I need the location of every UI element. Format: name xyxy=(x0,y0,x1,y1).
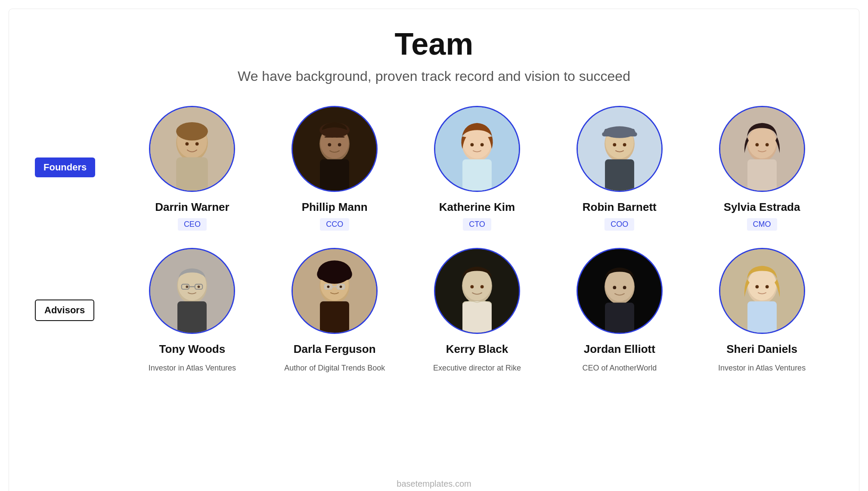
founders-section: Founders Darrin Warner xyxy=(35,106,833,231)
founders-label: Founders xyxy=(35,157,95,177)
svg-point-53 xyxy=(323,263,333,273)
svg-rect-63 xyxy=(462,301,492,333)
member-katherine-kim: Katherine Kim CTO xyxy=(417,106,537,231)
name-phillip: Phillip Mann xyxy=(302,201,368,214)
name-darla: Darla Ferguson xyxy=(294,343,376,356)
avatar-jordan xyxy=(577,248,663,334)
desc-darla: Author of Digital Trends Book xyxy=(284,364,385,373)
role-robin: COO xyxy=(604,218,634,231)
svg-rect-69 xyxy=(605,303,634,333)
advisors-label-wrapper: Advisors xyxy=(35,248,121,321)
svg-rect-34 xyxy=(747,159,777,191)
advisors-label: Advisors xyxy=(35,300,94,321)
member-phillip-mann: Phillip Mann CCO xyxy=(274,106,395,231)
svg-point-62 xyxy=(463,269,491,301)
avatar-darla xyxy=(291,248,378,334)
avatar-robin xyxy=(577,106,663,192)
avatar-kerry xyxy=(434,248,520,334)
desc-jordan: CEO of AnotherWorld xyxy=(582,364,657,373)
founders-label-wrapper: Founders xyxy=(35,106,121,177)
role-darrin: CEO xyxy=(178,218,207,231)
avatar-sylvia xyxy=(719,106,805,192)
page-subtitle: We have background, proven track record … xyxy=(238,68,630,84)
svg-rect-25 xyxy=(605,159,634,191)
svg-point-35 xyxy=(755,143,759,146)
advisors-section: Advisors xyxy=(35,248,833,373)
svg-rect-40 xyxy=(177,301,207,333)
svg-point-21 xyxy=(480,143,484,146)
member-jordan-elliott: Jordan Elliott CEO of AnotherWorld xyxy=(559,248,680,373)
svg-point-74 xyxy=(748,269,776,301)
header: Team We have background, proven track re… xyxy=(238,26,630,84)
svg-rect-10 xyxy=(320,159,349,191)
avatar-sheri xyxy=(719,248,805,334)
name-kerry: Kerry Black xyxy=(446,343,508,356)
name-tony: Tony Woods xyxy=(159,343,226,356)
svg-point-65 xyxy=(480,285,484,288)
role-sylvia: CMO xyxy=(747,218,777,231)
avatar-phillip xyxy=(291,106,378,192)
member-sheri-daniels: Sheri Daniels Investor in Atlas Ventures xyxy=(702,248,822,373)
svg-rect-15 xyxy=(335,136,344,138)
name-katherine: Katherine Kim xyxy=(439,201,515,214)
footer-text: basetemplates.com xyxy=(397,479,471,489)
svg-point-33 xyxy=(748,127,776,159)
member-kerry-black: Kerry Black Executive director at Rike xyxy=(417,248,537,373)
svg-point-54 xyxy=(336,263,346,273)
member-robin-barnett: Robin Barnett COO xyxy=(559,106,680,231)
svg-point-36 xyxy=(765,143,769,146)
desc-sheri: Investor in Atlas Ventures xyxy=(718,364,806,373)
svg-point-6 xyxy=(195,142,199,145)
avatar-darrin xyxy=(149,106,235,192)
avatar-katherine xyxy=(434,106,520,192)
svg-point-59 xyxy=(340,285,342,288)
desc-tony: Investor in Atlas Ventures xyxy=(149,364,236,373)
svg-point-4 xyxy=(177,122,208,141)
svg-point-30 xyxy=(623,143,626,146)
name-jordan: Jordan Elliott xyxy=(584,343,655,356)
svg-point-20 xyxy=(470,143,474,146)
svg-point-28 xyxy=(604,127,636,138)
svg-point-70 xyxy=(613,286,616,289)
advisors-row: Tony Woods Investor in Atlas Ventures xyxy=(121,248,833,373)
name-sheri: Sheri Daniels xyxy=(726,343,797,356)
founders-row: Darrin Warner CEO xyxy=(121,106,833,231)
svg-point-29 xyxy=(613,143,616,146)
desc-kerry: Executive director at Rike xyxy=(433,364,521,373)
svg-point-5 xyxy=(186,142,189,145)
svg-rect-3 xyxy=(177,157,208,191)
role-katherine: CTO xyxy=(463,218,491,231)
avatar-tony xyxy=(149,248,235,334)
svg-point-13 xyxy=(338,143,341,146)
member-tony-woods: Tony Woods Investor in Atlas Ventures xyxy=(132,248,252,373)
page: Team We have background, proven track re… xyxy=(9,9,859,491)
svg-point-58 xyxy=(327,285,330,288)
svg-rect-49 xyxy=(320,301,349,333)
svg-rect-75 xyxy=(747,301,777,333)
page-title: Team xyxy=(238,26,630,62)
name-sylvia: Sylvia Estrada xyxy=(724,201,800,214)
member-darla-ferguson: Darla Ferguson Author of Digital Trends … xyxy=(274,248,395,373)
svg-point-64 xyxy=(470,285,474,288)
svg-point-76 xyxy=(755,285,759,288)
name-darrin: Darrin Warner xyxy=(155,201,229,214)
svg-rect-19 xyxy=(462,159,492,191)
member-sylvia-estrada: Sylvia Estrada CMO xyxy=(702,106,822,231)
svg-point-77 xyxy=(765,285,769,288)
svg-point-68 xyxy=(605,270,634,302)
svg-point-45 xyxy=(198,285,200,288)
member-darrin-warner: Darrin Warner CEO xyxy=(132,106,252,231)
svg-point-12 xyxy=(328,143,332,146)
name-robin: Robin Barnett xyxy=(583,201,657,214)
svg-rect-14 xyxy=(325,136,334,138)
svg-point-71 xyxy=(623,286,626,289)
svg-point-44 xyxy=(186,285,189,288)
role-phillip: CCO xyxy=(320,218,349,231)
